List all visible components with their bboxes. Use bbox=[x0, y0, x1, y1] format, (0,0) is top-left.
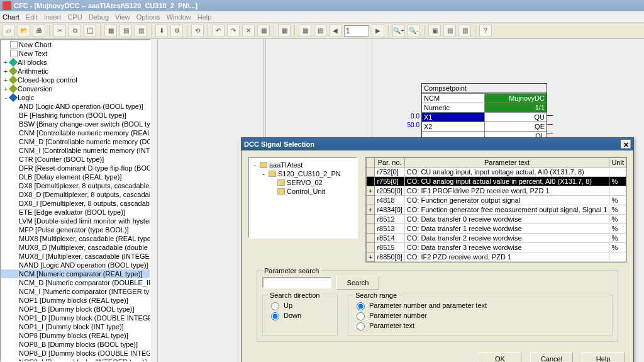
parameter-table[interactable]: Par. no. Parameter text Unit r752[0]CO: … bbox=[365, 157, 627, 263]
copy-button[interactable]: ⧉ bbox=[69, 25, 81, 37]
open-button[interactable]: 📂 bbox=[18, 25, 30, 37]
dialog-titlebar[interactable]: DCC Signal Selection ✕ bbox=[242, 138, 633, 150]
menu-chart[interactable]: Chart bbox=[3, 13, 19, 21]
download-button[interactable]: ⬇ bbox=[155, 25, 168, 37]
library-button[interactable]: ▤ bbox=[119, 25, 132, 37]
tree-leaf[interactable]: NOP8 [Dummy blocks (REAL type)] bbox=[1, 331, 150, 340]
grid-button[interactable]: ▦ bbox=[278, 25, 291, 37]
tree-leaf[interactable]: MUX8 [Multiplexer, cascadable (REAL type… bbox=[1, 234, 150, 243]
col-partext[interactable]: Parameter text bbox=[404, 158, 609, 167]
tree-node[interactable]: +Closed-loop control bbox=[1, 76, 150, 84]
tree-leaf[interactable]: NAND [Logic AND operation (BOOL type)] bbox=[1, 261, 150, 269]
compile-button[interactable]: ⚙ bbox=[170, 25, 183, 37]
table-row[interactable]: r8513CO: Data transfer 1 receive wordwis… bbox=[367, 224, 626, 234]
test-button[interactable]: ⟲ bbox=[191, 25, 204, 37]
menu-options[interactable]: Options bbox=[136, 13, 160, 21]
tree-leaf[interactable]: ETE [Edge evaluator (BOOL type)] bbox=[1, 208, 150, 217]
search-input[interactable] bbox=[262, 277, 331, 288]
table-row[interactable]: +r8850[0]CO: IF2 PZD receive word, PZD 1 bbox=[367, 252, 626, 262]
tree-leaf[interactable]: CTR [Counter (BOOL type)] bbox=[1, 155, 150, 164]
tree-node-project[interactable]: -aaaTIAtest bbox=[252, 161, 354, 169]
print-button[interactable]: 🖶 bbox=[33, 25, 45, 37]
sheet-button[interactable]: ▤ bbox=[314, 25, 326, 37]
menu-view[interactable]: View bbox=[115, 13, 130, 21]
tree-node-servo[interactable]: SERVO_02 bbox=[252, 178, 354, 187]
tile-v-button[interactable]: ▥ bbox=[458, 25, 471, 37]
cancel-button[interactable]: Cancel bbox=[530, 352, 573, 362]
menu-window[interactable]: Window bbox=[167, 13, 191, 21]
col-unit[interactable]: Unit bbox=[609, 158, 626, 167]
table-row[interactable]: r752[0]CO: CU analog input, input voltag… bbox=[367, 167, 626, 177]
block-catalog-tree[interactable]: New ChartNew Text+All blocks+Arithmetic+… bbox=[0, 39, 151, 362]
cut-button[interactable]: ✂ bbox=[53, 25, 66, 37]
tree-leaf[interactable]: NCM_D [Numeric comparator (DOUBLE_INTEG bbox=[1, 278, 150, 287]
radio-up[interactable] bbox=[271, 302, 279, 310]
radio-text[interactable] bbox=[357, 322, 365, 331]
tree-leaf[interactable]: DX8_D [Demultiplexer, 8 outputs, cascada… bbox=[1, 190, 150, 199]
menu-debug[interactable]: Debug bbox=[89, 13, 109, 21]
tree-leaf[interactable]: MFP [Pulse generator (type BOOL)] bbox=[1, 225, 150, 234]
page-view-button[interactable]: ▦ bbox=[299, 25, 311, 37]
tree-leaf[interactable]: MUX8_I [Multiplexer, cascadable (INTEGER… bbox=[1, 252, 150, 261]
tile-h-button[interactable]: ▤ bbox=[443, 25, 456, 37]
tree-leaf[interactable]: NOP8_I [Dummy blocks (INTEGER type)] bbox=[1, 358, 150, 362]
tree-leaf[interactable]: CNM [Controllable numeric memory (REAL t… bbox=[1, 128, 150, 137]
tree-leaf[interactable]: CNM_I [Controllable numeric memory (INTE… bbox=[1, 146, 150, 155]
radio-num-and-text[interactable] bbox=[357, 302, 365, 310]
tree-leaf[interactable]: NOP1_I [Dummy block (INT type)] bbox=[1, 322, 150, 331]
tree-leaf[interactable]: NOP8_B [Dummy blocks (BOOL type)] bbox=[1, 340, 150, 349]
table-row[interactable]: r8514CO: Data transfer 2 receive wordwis… bbox=[367, 234, 626, 243]
tree-node[interactable]: +Arithmetic bbox=[1, 67, 150, 76]
zoom-in-button[interactable]: 🔍+ bbox=[392, 25, 405, 37]
menu-cpu[interactable]: CPU bbox=[67, 13, 82, 21]
tree-leaf[interactable]: DX8_I [Demultiplexer, 8 outputs, cascada… bbox=[1, 199, 150, 208]
zoom-out-button[interactable]: 🔍- bbox=[408, 25, 420, 37]
block-port-x2[interactable]: X2 bbox=[422, 122, 485, 131]
tree-leaf[interactable]: DLB [Delay element (REAL type)] bbox=[1, 173, 150, 181]
page-prev-button[interactable]: ◀ bbox=[329, 25, 341, 37]
tree-leaf[interactable]: BSW [Binary change-over switch (BOOL typ… bbox=[1, 120, 150, 128]
tree-leaf[interactable]: NCM_I [Numeric comparator (INTEGER type)… bbox=[1, 287, 150, 296]
block-port-qe[interactable]: QE bbox=[485, 122, 547, 131]
new-button[interactable]: ▱ bbox=[3, 25, 15, 37]
tree-node[interactable]: +All blocks bbox=[1, 58, 150, 67]
cascade-button[interactable]: ▣ bbox=[428, 25, 441, 37]
paste-button[interactable]: 📋 bbox=[84, 25, 96, 37]
table-row[interactable]: r4818CO: Function generator output signa… bbox=[367, 196, 626, 205]
search-button[interactable]: Search bbox=[336, 276, 379, 290]
block-port-x1[interactable]: X1 bbox=[422, 113, 485, 122]
radio-down[interactable] bbox=[271, 312, 279, 320]
tree-leaf[interactable]: AND [Logic AND operation (BOOL type)] bbox=[1, 102, 150, 111]
table-row[interactable]: +r2050[0]CO: IF1 PROFIdrive PZD receive … bbox=[367, 186, 626, 196]
help-button[interactable]: ? bbox=[479, 25, 492, 37]
tree-leaf[interactable]: NOP1_D [Dummy block (DOUBLE INTEGER typ bbox=[1, 314, 150, 322]
tree-node[interactable]: New Chart bbox=[1, 40, 150, 49]
page-next-button[interactable]: ▶ bbox=[372, 25, 384, 37]
tree-leaf[interactable]: NCM [Numeric comparator (REAL type)] bbox=[1, 269, 150, 278]
device-tree[interactable]: -aaaTIAtest -S120_CU310_2_PN SERVO_02 Co… bbox=[248, 157, 358, 239]
help-button[interactable]: Help bbox=[582, 352, 625, 362]
tree-leaf[interactable]: CNM_D [Controllable numeric memory (DOUB… bbox=[1, 137, 150, 146]
tree-leaf[interactable]: NOP1_B [Dummy block (BOOL type)] bbox=[1, 305, 150, 314]
tree-node[interactable]: -Logic bbox=[1, 93, 150, 102]
table-row[interactable]: r8515CO: Data transfer 3 receive wordwis… bbox=[367, 243, 626, 252]
tree-leaf[interactable]: DFR [Reset-dominant D-type flip-flop (BO… bbox=[1, 164, 150, 173]
tree-leaf[interactable]: BF [Flashing function (BOOL type)] bbox=[1, 111, 150, 120]
table-row[interactable]: +r4834[0]CO: Function generator free mea… bbox=[367, 205, 626, 215]
tree-leaf[interactable]: MUX8_D [Multiplexer, cascadable (double … bbox=[1, 243, 150, 252]
table-row[interactable]: r8512CO: Data transfer 0 receive wordwis… bbox=[367, 215, 626, 224]
block-port-qu[interactable]: QU bbox=[485, 113, 547, 122]
tree-leaf[interactable]: LVM [Double-sided limit monitor with hys… bbox=[1, 217, 150, 225]
menu-edit[interactable]: Edit bbox=[26, 13, 38, 21]
tree-node[interactable]: New Text bbox=[1, 49, 150, 58]
tree-leaf[interactable]: NOP8_D [Dummy blocks (DOUBLE INTEGER ty bbox=[1, 349, 150, 358]
menu-insert[interactable]: Insert bbox=[44, 13, 62, 21]
refresh-button[interactable]: ▦ bbox=[257, 25, 270, 37]
overview-button[interactable]: ▥ bbox=[135, 25, 147, 37]
tree-node-device[interactable]: -S120_CU310_2_PN bbox=[252, 169, 354, 178]
col-expand[interactable] bbox=[367, 158, 375, 167]
col-parno[interactable]: Par. no. bbox=[375, 158, 404, 167]
redo-button[interactable]: ↷ bbox=[227, 25, 240, 37]
tree-leaf[interactable]: DX8 [Demultiplexer, 8 outputs, cascadabl… bbox=[1, 181, 150, 190]
close-icon[interactable]: ✕ bbox=[621, 140, 631, 149]
